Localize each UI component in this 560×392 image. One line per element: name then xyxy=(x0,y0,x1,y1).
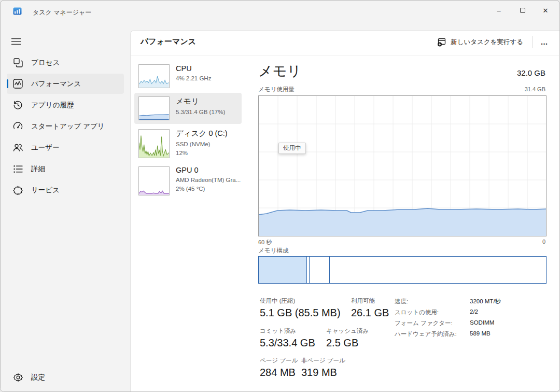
detail-value: 3200 MT/秒 xyxy=(470,298,501,305)
sidebar-item-settings[interactable]: 設定 xyxy=(7,367,124,387)
memory-composition-bar[interactable] xyxy=(258,256,547,284)
stat-label: 使用中 (圧縮) xyxy=(260,297,341,305)
perf-item-stats2: 12% xyxy=(176,149,228,157)
settings-label: 設定 xyxy=(31,373,45,382)
maximize-icon xyxy=(520,8,525,13)
stat-label: キャッシュ済み xyxy=(326,327,369,335)
stat-label: 利用可能 xyxy=(351,297,389,305)
stat-available: 利用可能 26.1 GB xyxy=(351,297,389,319)
sidebar-item-processes[interactable]: プロセス xyxy=(7,52,124,73)
perf-item-disk[interactable]: ディスク 0 (C:) SSD (NVMe) 12% xyxy=(134,127,242,161)
performance-icon xyxy=(13,79,23,89)
perf-item-memory[interactable]: メモリ 5.3/31.4 GB (17%) xyxy=(134,93,242,124)
composition-used-segment xyxy=(259,257,307,283)
details-icon xyxy=(13,164,23,174)
title-bar: タスク マネージャー – ✕ xyxy=(1,1,559,21)
cpu-mini-chart xyxy=(138,64,170,88)
composition-divider-2 xyxy=(329,257,330,283)
detail-value: 589 MB xyxy=(470,330,491,338)
memory-mini-chart xyxy=(138,96,170,120)
app-logo-icon xyxy=(13,7,22,16)
sidebar-item-label: パフォーマンス xyxy=(31,79,81,89)
perf-item-stats: 5.3/31.4 GB (17%) xyxy=(176,108,225,116)
sidebar-item-startup-apps[interactable]: スタートアップ アプリ xyxy=(7,116,124,136)
perf-item-name: GPU 0 xyxy=(176,166,241,174)
sidebar-item-app-history[interactable]: アプリの履歴 xyxy=(7,95,124,115)
maximize-button[interactable] xyxy=(511,2,535,19)
window-title: タスク マネージャー xyxy=(33,8,91,17)
sidebar-nav: プロセス パフォーマンス アプリの履歴 スタートアップ アプリ xyxy=(1,51,130,201)
stat-nonpaged-pool: 非ページ プール 319 MB xyxy=(301,357,345,379)
detail-label: 速度: xyxy=(395,298,470,305)
run-new-task-button[interactable]: 新しいタスクを実行する xyxy=(432,34,528,50)
stat-paged-pool: ページ プール 284 MB xyxy=(260,357,298,379)
stat-value: 319 MB xyxy=(301,367,345,379)
usage-chart-canvas xyxy=(259,96,546,236)
stat-value: 2.5 GB xyxy=(326,337,369,349)
stat-label: 非ページ プール xyxy=(301,357,345,365)
perf-item-name: CPU xyxy=(176,64,211,73)
memory-total: 32.0 GB xyxy=(517,68,545,77)
startup-icon xyxy=(13,121,23,131)
detail-label: スロットの使用: xyxy=(395,309,470,316)
sidebar-item-users[interactable]: ユーザー xyxy=(7,137,124,158)
detail-value: 2/2 xyxy=(470,309,478,316)
header-divider xyxy=(533,36,533,48)
detail-speed: 速度: 3200 MT/秒 xyxy=(395,298,550,305)
sidebar-item-services[interactable]: サービス xyxy=(7,180,124,200)
task-manager-window: タスク マネージャー – ✕ プロセス パフォーマンス xyxy=(0,0,560,392)
stat-in-use: 使用中 (圧縮) 5.1 GB (85.5 MB) xyxy=(260,297,341,319)
sidebar-item-label: スタートアップ アプリ xyxy=(31,122,105,131)
perf-item-stats2: 2% (45 °C) xyxy=(176,185,241,193)
x-axis-right-label: 0 xyxy=(542,239,545,245)
perf-item-name: メモリ xyxy=(176,96,225,106)
hamburger-menu-button[interactable] xyxy=(7,33,25,50)
sidebar-item-performance[interactable]: パフォーマンス xyxy=(7,74,124,94)
sidebar: プロセス パフォーマンス アプリの履歴 スタートアップ アプリ xyxy=(1,21,130,391)
stat-value: 284 MB xyxy=(260,367,298,379)
perf-item-gpu[interactable]: GPU 0 AMD Radeon(TM) Gra... 2% (45 °C) xyxy=(134,164,242,198)
sidebar-item-details[interactable]: 詳細 xyxy=(7,159,124,179)
detail-hw-reserved: ハードウェア予約済み: 589 MB xyxy=(395,330,550,338)
chart-tooltip: 使用中 xyxy=(278,143,306,154)
header-bottom-divider xyxy=(131,55,559,55)
detail-slots: スロットの使用: 2/2 xyxy=(395,309,550,316)
perf-item-name: ディスク 0 (C:) xyxy=(176,129,228,138)
perf-item-stats: SSD (NVMe) xyxy=(176,141,228,148)
services-icon xyxy=(13,185,23,195)
close-button[interactable]: ✕ xyxy=(534,2,557,19)
history-icon xyxy=(13,100,23,110)
sidebar-item-label: プロセス xyxy=(31,58,60,67)
sidebar-item-label: ユーザー xyxy=(31,143,60,152)
memory-usage-chart: 使用中 xyxy=(258,95,547,236)
users-icon xyxy=(13,143,23,152)
perf-item-stats: AMD Radeon(TM) Gra... xyxy=(176,176,241,184)
run-new-task-label: 新しいタスクを実行する xyxy=(451,38,523,47)
sidebar-item-label: アプリの履歴 xyxy=(31,101,74,110)
detail-value: SODIMM xyxy=(470,319,494,327)
perf-item-cpu[interactable]: CPU 4% 2.21 GHz xyxy=(134,61,242,91)
more-options-button[interactable]: … xyxy=(536,34,553,50)
memory-title: メモリ xyxy=(258,62,301,80)
stat-committed: コミット済み 5.3/33.4 GB xyxy=(260,327,315,349)
stat-value: 5.1 GB (85.5 MB) xyxy=(260,307,341,319)
x-axis-left-label: 60 秒 xyxy=(258,239,272,246)
processes-icon xyxy=(13,58,23,67)
page-title: パフォーマンス xyxy=(141,37,196,47)
sidebar-item-label: サービス xyxy=(31,186,60,195)
perf-item-stats: 4% 2.21 GHz xyxy=(176,75,211,82)
stat-label: コミット済み xyxy=(260,327,315,335)
stat-cached: キャッシュ済み 2.5 GB xyxy=(326,327,369,349)
detail-label: ハードウェア予約済み: xyxy=(395,330,470,338)
gpu-mini-chart xyxy=(138,166,170,195)
gear-icon xyxy=(13,372,23,382)
stat-value: 26.1 GB xyxy=(351,307,389,319)
usage-chart-label: メモリ使用量 xyxy=(258,86,295,93)
usage-chart-max: 31.4 GB xyxy=(525,86,545,92)
detail-label: フォーム ファクター: xyxy=(395,319,470,327)
minimize-button[interactable]: – xyxy=(487,2,511,19)
sidebar-item-label: 詳細 xyxy=(31,164,45,174)
hamburger-icon xyxy=(11,38,21,45)
stat-label: ページ プール xyxy=(260,357,298,365)
detail-form-factor: フォーム ファクター: SODIMM xyxy=(395,319,550,327)
